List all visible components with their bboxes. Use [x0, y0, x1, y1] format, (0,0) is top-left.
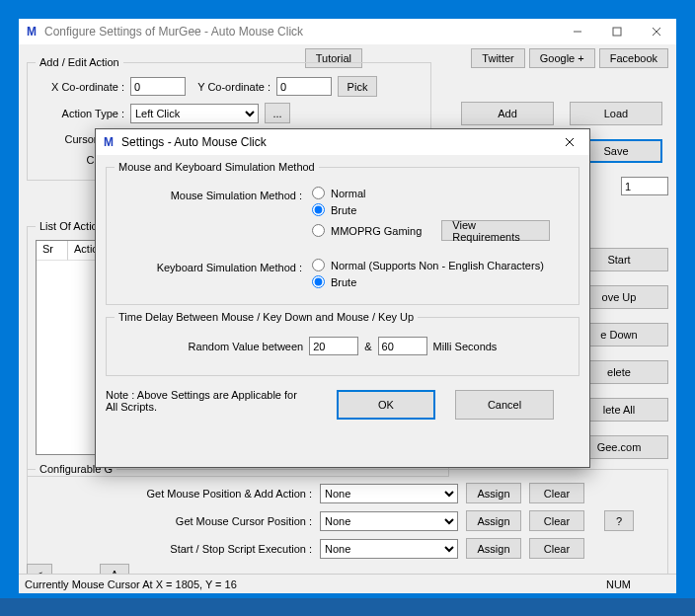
window-title: Configure Settings of MurGee - Auto Mous… [44, 25, 558, 38]
dialog-app-icon: M [102, 135, 116, 149]
pick-button[interactable]: Pick [338, 76, 377, 97]
mouse-normal-label: Normal [331, 188, 365, 199]
dialog-titlebar: M Settings - Auto Mouse Click [96, 129, 589, 155]
kb-normal-label: Normal (Supports Non - English Character… [331, 260, 544, 271]
row2-select[interactable]: None [320, 511, 458, 531]
minimize-button[interactable] [558, 19, 597, 44]
twitter-button[interactable]: Twitter [471, 48, 524, 68]
row1-label: Get Mouse Position & Add Action : [36, 488, 312, 500]
repeat-input[interactable] [621, 177, 668, 195]
row2-assign[interactable]: Assign [466, 510, 521, 531]
mouse-normal-radio[interactable] [312, 187, 325, 199]
kb-brute-label: Brute [331, 276, 356, 288]
maximize-button[interactable] [597, 19, 637, 44]
configurable-group: Configurable G Get Mouse Position & Add … [27, 463, 668, 575]
view-requirements-button[interactable]: View Requirements [441, 220, 550, 241]
dialog-close-button[interactable] [550, 129, 589, 155]
google-button[interactable]: Google + [529, 48, 595, 68]
mouse-brute-radio[interactable] [312, 203, 325, 216]
action-type-label: Action Type : [36, 108, 124, 119]
load-button[interactable]: Load [570, 102, 662, 125]
delay-legend: Time Delay Between Mouse / Key Down and … [115, 311, 418, 323]
dialog-title: Settings - Auto Mouse Click [121, 135, 550, 149]
dots-button[interactable]: ... [265, 103, 290, 123]
row1-assign[interactable]: Assign [466, 483, 521, 503]
taskbar-bg [0, 598, 695, 616]
x-label: X Co-ordinate : [36, 81, 124, 93]
row3-assign[interactable]: Assign [466, 538, 521, 559]
app-icon: M [25, 25, 39, 38]
delay-min-input[interactable] [309, 337, 358, 355]
cancel-button[interactable]: Cancel [455, 390, 554, 420]
row2-label: Get Mouse Cursor Position : [36, 515, 312, 527]
add-button[interactable]: Add [461, 102, 554, 125]
dialog-note: Note : Above Settings are Applicable for… [106, 389, 303, 413]
status-text: Currently Mouse Cursor At X = 1805, Y = … [25, 578, 237, 590]
kb-sim-label: Keyboard Simulation Method : [115, 259, 302, 292]
delay-group: Time Delay Between Mouse / Key Down and … [106, 311, 579, 376]
settings-dialog: M Settings - Auto Mouse Click Mouse and … [95, 128, 590, 468]
row1-clear[interactable]: Clear [529, 483, 584, 503]
table-col-sr[interactable]: Sr [37, 241, 68, 261]
add-edit-legend: Add / Edit Action [36, 56, 123, 68]
mouse-brute-label: Brute [331, 204, 356, 216]
row3-label: Start / Stop Script Execution : [36, 543, 312, 555]
row1-select[interactable]: None [320, 484, 458, 503]
facebook-button[interactable]: Facebook [599, 48, 668, 68]
sim-method-legend: Mouse and Keyboard Simulation Method [115, 161, 319, 173]
close-button[interactable] [637, 19, 676, 44]
delay-max-input[interactable] [378, 337, 427, 355]
mouse-mmoprg-label: MMOPRG Gaming [331, 225, 422, 237]
ms-label: Milli Seconds [433, 341, 498, 352]
kb-normal-radio[interactable] [312, 259, 325, 271]
main-titlebar: M Configure Settings of MurGee - Auto Mo… [19, 19, 676, 44]
row3-clear[interactable]: Clear [529, 538, 584, 559]
mouse-sim-label: Mouse Simulation Method : [115, 187, 302, 245]
amp-label: & [364, 341, 371, 352]
row3-select[interactable]: None [320, 539, 458, 559]
ok-button[interactable]: OK [337, 390, 435, 420]
status-num: NUM [606, 578, 670, 590]
help-button[interactable]: ? [604, 510, 634, 531]
svg-rect-1 [613, 28, 621, 36]
row2-clear[interactable]: Clear [529, 510, 584, 531]
x-input[interactable] [130, 77, 186, 96]
y-input[interactable] [276, 77, 332, 96]
mouse-mmoprg-radio[interactable] [312, 224, 325, 237]
sim-method-group: Mouse and Keyboard Simulation Method Mou… [106, 161, 579, 305]
status-bar: Currently Mouse Cursor At X = 1805, Y = … [19, 574, 676, 593]
y-label: Y Co-ordinate : [192, 81, 270, 93]
action-type-select[interactable]: Left Click [130, 104, 259, 123]
random-value-label: Random Value between [189, 341, 304, 352]
kb-brute-radio[interactable] [312, 275, 325, 288]
